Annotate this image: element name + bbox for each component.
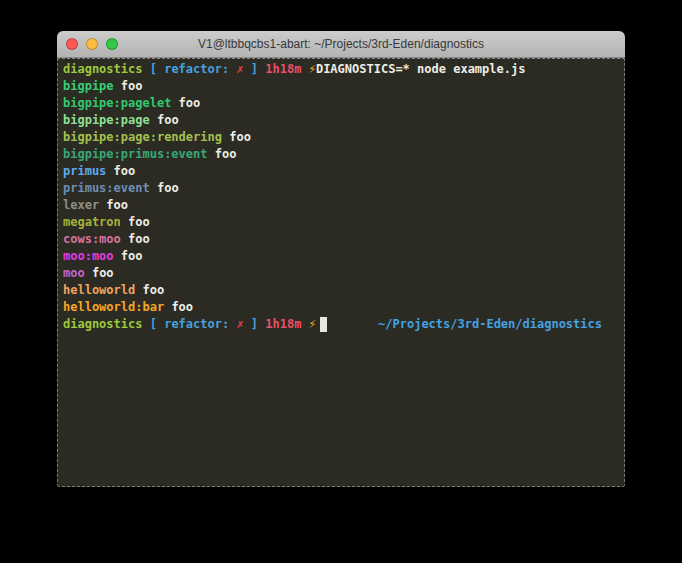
terminal-text-segment: lexer (63, 197, 99, 214)
terminal-line: helloworld:bar foo (63, 299, 619, 316)
terminal-text-segment: DIAGNOSTICS=* node example.js (316, 61, 526, 78)
terminal-text-segment: foo (121, 214, 150, 231)
terminal-line: bigpipe:page foo (63, 112, 619, 129)
terminal-line: bigpipe:page:rendering foo (63, 129, 619, 146)
terminal-text-segment: foo (114, 248, 143, 265)
terminal-text-segment: helloworld:bar (63, 299, 164, 316)
terminal-text-segment: moo (63, 265, 85, 282)
close-button[interactable] (66, 38, 78, 50)
terminal-text-segment: moo:moo (63, 248, 114, 265)
terminal-text-segment: foo (222, 129, 251, 146)
terminal-text-segment: foo (114, 78, 143, 95)
zoom-button[interactable] (106, 38, 118, 50)
terminal-text-segment: ✗ (236, 61, 243, 78)
terminal-text-segment: primus:event (63, 180, 150, 197)
terminal-line: cows:moo foo (63, 231, 619, 248)
terminal-content[interactable]: diagnostics [ refactor: ✗ ] 1h18m ⚡DIAGN… (57, 58, 625, 487)
terminal-text-segment: foo (150, 112, 179, 129)
terminal-line: bigpipe foo (63, 78, 619, 95)
traffic-lights (66, 38, 118, 50)
minimize-button[interactable] (86, 38, 98, 50)
terminal-line: diagnostics [ refactor: ✗ ] 1h18m ⚡~/Pro… (63, 316, 619, 333)
terminal-text-segment: ] (244, 61, 266, 78)
terminal-text-segment: primus (63, 163, 106, 180)
terminal-text-segment: ] (244, 316, 266, 333)
terminal-text-segment: bigpipe:page:rendering (63, 129, 222, 146)
terminal-text-segment: bigpipe:primus:event (63, 146, 208, 163)
terminal-text-segment: diagnostics (63, 316, 150, 333)
terminal-line: bigpipe:primus:event foo (63, 146, 619, 163)
terminal-text-segment: foo (171, 95, 200, 112)
terminal-window: V1@ltbbqcbs1-abart: ~/Projects/3rd-Eden/… (57, 31, 625, 487)
terminal-line: moo:moo foo (63, 248, 619, 265)
terminal-text-segment: bigpipe (63, 78, 114, 95)
terminal-text-segment: bigpipe:page (63, 112, 150, 129)
terminal-cursor (320, 317, 327, 332)
terminal-text-segment: foo (85, 265, 114, 282)
terminal-text-segment: helloworld (63, 282, 135, 299)
terminal-text-segment: 1h18m (265, 61, 308, 78)
terminal-text-segment: 1h18m (265, 316, 308, 333)
terminal-line: primus:event foo (63, 180, 619, 197)
window-titlebar[interactable]: V1@ltbbqcbs1-abart: ~/Projects/3rd-Eden/… (57, 31, 625, 58)
terminal-text-segment: [ refactor: (150, 316, 237, 333)
terminal-text-segment: [ refactor: (150, 61, 237, 78)
terminal-text-segment: ⚡ (309, 61, 316, 78)
terminal-text-segment: cows:moo (63, 231, 121, 248)
terminal-text-segment: megatron (63, 214, 121, 231)
terminal-text-segment: foo (135, 282, 164, 299)
right-prompt-path: ~/Projects/3rd-Eden/diagnostics (378, 316, 602, 333)
desktop: { "window": { "title": "V1@ltbbqcbs1-aba… (0, 0, 682, 563)
terminal-line: diagnostics [ refactor: ✗ ] 1h18m ⚡DIAGN… (63, 61, 619, 78)
terminal-line: bigpipe:pagelet foo (63, 95, 619, 112)
terminal-text-segment: foo (121, 231, 150, 248)
terminal-text-segment: bigpipe:pagelet (63, 95, 171, 112)
terminal-text-segment: foo (106, 163, 135, 180)
terminal-text-segment: foo (164, 299, 193, 316)
terminal-output: diagnostics [ refactor: ✗ ] 1h18m ⚡DIAGN… (63, 61, 619, 333)
window-title: V1@ltbbqcbs1-abart: ~/Projects/3rd-Eden/… (198, 31, 484, 57)
terminal-line: helloworld foo (63, 282, 619, 299)
terminal-text-segment: foo (208, 146, 237, 163)
terminal-line: moo foo (63, 265, 619, 282)
terminal-text-segment: foo (99, 197, 128, 214)
terminal-text-segment: foo (150, 180, 179, 197)
terminal-text-segment: ✗ (236, 316, 243, 333)
terminal-line: primus foo (63, 163, 619, 180)
terminal-line: megatron foo (63, 214, 619, 231)
terminal-text-segment: ⚡ (309, 316, 316, 333)
terminal-line: lexer foo (63, 197, 619, 214)
terminal-text-segment: diagnostics (63, 61, 150, 78)
